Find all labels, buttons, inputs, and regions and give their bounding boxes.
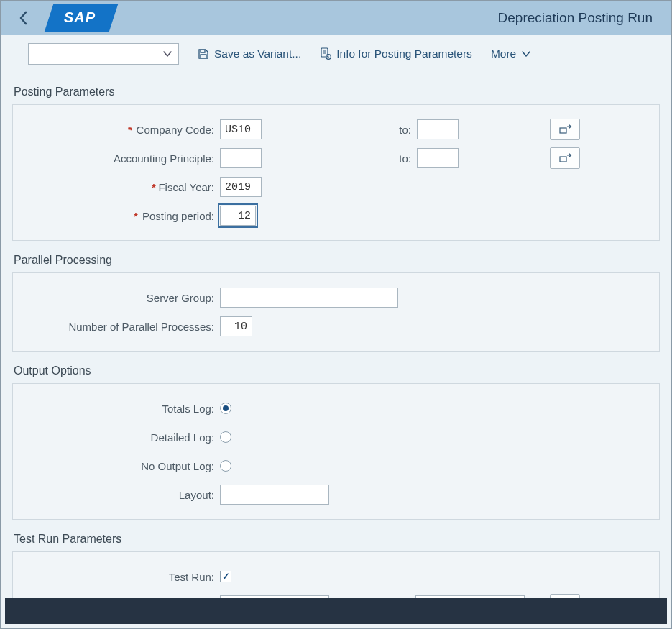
server-group-field[interactable] [220,288,398,308]
section-title-parallel-processing: Parallel Processing [14,254,660,267]
posting-period-field[interactable] [220,206,256,226]
save-icon [198,48,209,60]
toolbar: Save as Variant... Info for Posting Para… [1,35,671,73]
section-title-test-run-parameters: Test Run Parameters [14,533,660,546]
more-label: More [491,47,516,60]
svg-rect-3 [560,157,566,162]
layout-field[interactable] [220,485,329,505]
accounting-principle-field[interactable] [220,148,262,168]
chevron-down-icon [521,50,531,58]
svg-rect-2 [560,128,566,133]
no-output-log-label: No Output Log: [20,460,220,472]
server-group-label: Server Group: [20,292,220,304]
test-run-checkbox[interactable] [220,571,231,582]
layout-label: Layout: [20,489,220,501]
section-posting-parameters: Company Code: to: Accounting Principle: … [12,104,660,241]
info-posting-parameters-button[interactable]: Info for Posting Parameters [320,47,472,60]
multiple-selection-accounting-principle-button[interactable] [550,147,580,169]
title-bar: SAP Depreciation Posting Run [1,1,671,35]
section-title-posting-parameters: Posting Parameters [14,86,660,98]
accounting-principle-to-label: to: [262,152,417,165]
section-parallel-processing: Server Group: Number of Parallel Process… [12,272,660,352]
num-parallel-processes-label: Number of Parallel Processes: [20,321,220,333]
no-output-log-radio[interactable] [220,460,231,472]
document-info-icon [320,48,331,60]
totals-log-label: Totals Log: [20,403,220,415]
totals-log-radio[interactable] [220,403,231,414]
chevron-down-icon [162,50,172,58]
status-bar [5,598,667,624]
num-parallel-processes-field[interactable] [220,316,252,336]
fiscal-year-field[interactable] [220,177,262,197]
save-as-variant-button[interactable]: Save as Variant... [198,47,301,60]
page-title: Depreciation Posting Run [498,10,663,26]
save-as-variant-label: Save as Variant... [214,47,301,60]
multiple-selection-company-code-button[interactable] [550,119,580,140]
chevron-left-icon [19,11,29,25]
section-title-output-options: Output Options [14,364,660,377]
company-code-field[interactable] [220,119,262,139]
more-menu[interactable]: More [491,47,531,60]
accounting-principle-to-field[interactable] [417,148,459,168]
accounting-principle-label: Accounting Principle: [20,152,220,165]
variant-select[interactable] [28,43,179,65]
section-output-options: Totals Log: Detailed Log: No Output Log:… [12,383,660,520]
sap-logo: SAP [49,4,114,32]
detailed-log-label: Detailed Log: [20,431,220,444]
test-run-label: Test Run: [20,571,220,583]
info-posting-parameters-label: Info for Posting Parameters [336,47,472,60]
fiscal-year-label: Fiscal Year: [20,181,220,193]
company-code-label: Company Code: [20,124,220,136]
company-code-to-field[interactable] [417,119,459,139]
multiple-selection-icon [558,124,572,135]
detailed-log-radio[interactable] [220,431,231,443]
company-code-to-label: to: [262,124,417,136]
multiple-selection-icon [558,152,572,164]
posting-period-label: Posting period: [20,210,220,222]
back-button[interactable] [9,1,38,35]
